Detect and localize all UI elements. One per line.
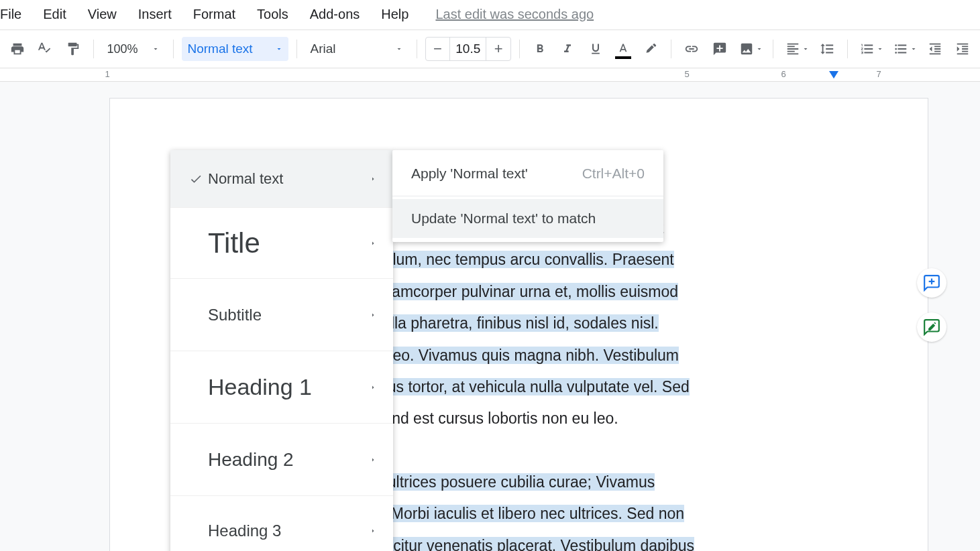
font-size-value[interactable]: 10.5 — [449, 38, 486, 60]
toolbar-separator — [93, 40, 94, 58]
suggest-edits-floating-button[interactable] — [917, 312, 946, 342]
style-option-heading-1[interactable]: Heading 1 — [170, 351, 393, 424]
ruler-number: 7 — [876, 69, 881, 79]
toolbar-separator — [671, 40, 671, 58]
toolbar-separator — [296, 40, 297, 58]
chevron-down-icon — [755, 45, 763, 53]
style-option-heading-3[interactable]: Heading 3 — [170, 496, 393, 551]
ruler[interactable]: 1 5 6 7 — [0, 68, 980, 82]
font-size-decrease-button[interactable]: − — [426, 38, 450, 60]
menu-tools[interactable]: Tools — [246, 1, 299, 27]
insert-link-button[interactable] — [679, 37, 704, 61]
style-option-normal-text[interactable]: Normal text — [170, 150, 393, 208]
bulleted-list-combo[interactable] — [889, 37, 919, 61]
chevron-down-icon — [152, 45, 160, 53]
check-icon — [184, 172, 208, 186]
update-style-label: Update 'Normal text' to match — [411, 210, 596, 227]
chevron-right-icon — [369, 456, 377, 464]
underline-button[interactable] — [584, 37, 608, 61]
style-option-heading-2[interactable]: Heading 2 — [170, 424, 393, 496]
style-option-label: Title — [208, 227, 369, 259]
zoom-value: 100% — [107, 42, 138, 56]
chevron-right-icon — [369, 527, 377, 535]
add-comment-floating-button[interactable] — [917, 268, 946, 298]
paragraph-styles-submenu: Apply 'Normal text' Ctrl+Alt+0 Update 'N… — [392, 150, 663, 242]
svg-marker-0 — [829, 71, 838, 78]
insert-image-combo[interactable] — [735, 37, 765, 61]
menu-file[interactable]: File — [0, 1, 32, 27]
style-option-label: Subtitle — [208, 306, 369, 324]
side-float-buttons — [917, 268, 946, 342]
spellcheck-button[interactable] — [34, 37, 58, 61]
apply-style-label: Apply 'Normal text' — [411, 166, 528, 182]
toolbar-separator — [173, 40, 174, 58]
increase-indent-button[interactable] — [950, 37, 975, 61]
ruler-number: 1 — [105, 69, 109, 79]
paint-format-button[interactable] — [61, 37, 85, 61]
ruler-number: 5 — [684, 69, 689, 79]
paragraph-style-value: Normal text — [187, 42, 252, 56]
menu-format[interactable]: Format — [182, 1, 246, 27]
menu-addons[interactable]: Add-ons — [299, 1, 371, 27]
toolbar-separator — [519, 40, 520, 58]
font-family-combo[interactable]: Arial — [305, 37, 408, 61]
style-option-title[interactable]: Title — [170, 208, 393, 279]
font-size-increase-button[interactable]: + — [486, 38, 510, 60]
paragraph-styles-combo[interactable]: Normal text — [182, 37, 288, 61]
menu-help[interactable]: Help — [370, 1, 419, 27]
decrease-indent-button[interactable] — [923, 37, 947, 61]
toolbar: 100% Normal text Arial − 10.5 + — [0, 29, 980, 68]
font-size-group: − 10.5 + — [425, 37, 511, 61]
align-combo[interactable] — [781, 37, 811, 61]
toolbar-separator — [847, 40, 848, 58]
toolbar-separator — [417, 40, 417, 58]
text-color-swatch — [615, 56, 631, 59]
last-edit-link[interactable]: Last edit was seconds ago — [435, 7, 594, 22]
font-family-value: Arial — [310, 42, 335, 56]
chevron-down-icon — [876, 45, 884, 53]
chevron-right-icon — [369, 239, 377, 247]
chevron-down-icon — [275, 45, 283, 53]
chevron-down-icon — [802, 45, 810, 53]
add-comment-button[interactable] — [708, 37, 732, 61]
chevron-right-icon — [369, 175, 377, 183]
style-option-label: Normal text — [208, 170, 369, 188]
menubar: File Edit View Insert Format Tools Add-o… — [0, 0, 980, 29]
toolbar-separator — [773, 40, 773, 58]
style-option-subtitle[interactable]: Subtitle — [170, 279, 393, 351]
chevron-right-icon — [369, 311, 377, 319]
chevron-down-icon — [395, 45, 403, 53]
update-style-button[interactable]: Update 'Normal text' to match — [392, 199, 663, 238]
menu-insert[interactable]: Insert — [127, 1, 182, 27]
style-option-label: Heading 1 — [208, 374, 369, 400]
style-option-label: Heading 2 — [208, 449, 369, 471]
chevron-right-icon — [369, 383, 377, 391]
highlight-color-button[interactable] — [639, 37, 663, 61]
menu-view[interactable]: View — [77, 1, 127, 27]
right-indent-marker-icon[interactable] — [829, 71, 838, 80]
text-color-button[interactable] — [611, 37, 635, 61]
print-button[interactable] — [5, 37, 30, 61]
zoom-combo[interactable]: 100% — [102, 37, 166, 61]
chevron-down-icon — [910, 45, 918, 53]
apply-style-button[interactable]: Apply 'Normal text' Ctrl+Alt+0 — [392, 154, 663, 193]
bold-button[interactable] — [528, 37, 552, 61]
italic-button[interactable] — [555, 37, 580, 61]
style-option-label: Heading 3 — [208, 522, 369, 540]
keyboard-shortcut: Ctrl+Alt+0 — [582, 166, 645, 182]
menu-separator — [392, 196, 663, 196]
paragraph-styles-menu: Normal text Title Subtitle Heading 1 Hea… — [170, 150, 393, 551]
line-spacing-button[interactable] — [815, 37, 839, 61]
canvas: consectetur adipiscing elit. Praesent rh… — [0, 82, 980, 551]
numbered-list-combo[interactable] — [856, 37, 885, 61]
ruler-number: 6 — [781, 69, 785, 79]
menu-edit[interactable]: Edit — [32, 1, 76, 27]
